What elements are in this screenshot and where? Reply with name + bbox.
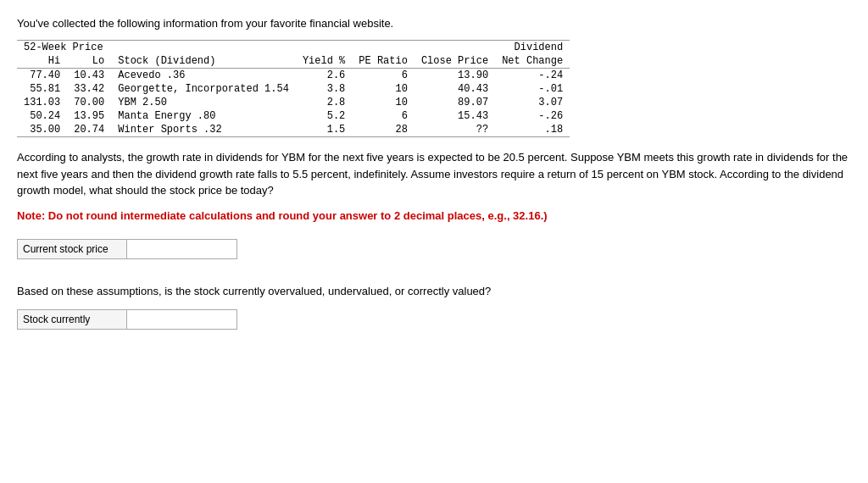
table-cell: YBM 2.50 [111,96,296,109]
table-cell: Winter Sports .32 [111,123,296,137]
yield-header: Yield % [296,54,352,69]
stock-currently-input[interactable] [127,309,237,330]
table-row: 55.8133.42Georgette, Incorporated 1.543.… [17,82,570,96]
table-cell: Manta Energy .80 [111,109,296,123]
hi-header: Hi [17,54,67,69]
table-cell: -.01 [495,82,570,96]
table-cell: 55.81 [17,82,67,96]
current-stock-price-label: Current stock price [17,239,127,259]
based-text: Based on these assumptions, is the stock… [17,285,851,297]
table-cell: 35.00 [17,123,67,137]
pe-header: PE Ratio [352,54,415,69]
table-cell: 20.74 [67,123,111,137]
table-cell: 2.6 [296,69,352,83]
table-cell: Georgette, Incorporated 1.54 [111,82,296,96]
table-cell: 77.40 [17,69,67,83]
table-cell: 70.00 [67,96,111,109]
table-cell: 6 [352,109,415,123]
table-cell: .18 [495,123,570,137]
note-text: Note: Do not round intermediate calculat… [17,209,851,222]
table-cell: 3.07 [495,96,570,109]
table-row: 50.2413.95Manta Energy .805.2615.43-.26 [17,109,570,123]
table-cell: 2.8 [296,96,352,109]
table-cell: -.24 [495,69,570,83]
current-stock-price-row: Current stock price [17,239,851,259]
table-cell: 1.5 [296,123,352,137]
stock-currently-row: Stock currently [17,309,851,330]
stock-dividend-header: Stock (Dividend) [111,54,296,69]
table-cell: 15.43 [415,109,495,123]
stock-table: 52-Week Price Dividend Hi Lo Stock (Divi… [17,40,570,137]
table-cell: 13.95 [67,109,111,123]
table-cell: -.26 [495,109,570,123]
net-header: Net Change [495,54,570,69]
table-cell: 131.03 [17,96,67,109]
table-cell: 50.24 [17,109,67,123]
table-row: 131.0370.00YBM 2.502.81089.073.07 [17,96,570,109]
table-cell: 40.43 [415,82,495,96]
week52-header: 52-Week Price [17,41,111,55]
table-row: 77.4010.43Acevedo .362.6613.90-.24 [17,69,570,83]
table-cell: 10 [352,96,415,109]
table-cell: 33.42 [67,82,111,96]
table-row: 35.0020.74Winter Sports .321.528??.18 [17,123,570,137]
close-header: Close Price [415,54,495,69]
table-cell: 5.2 [296,109,352,123]
stock-currently-label: Stock currently [17,309,127,330]
lo-header: Lo [67,54,111,69]
dividend-header: Dividend [296,41,570,55]
current-stock-price-input[interactable] [127,239,237,259]
table-cell: ?? [415,123,495,137]
table-cell: 6 [352,69,415,83]
table-cell: 3.8 [296,82,352,96]
analysis-text: According to analysts, the growth rate i… [17,149,851,199]
table-cell: Acevedo .36 [111,69,296,83]
table-cell: 10.43 [67,69,111,83]
stock-dividend-spacer [111,41,296,55]
table-cell: 89.07 [415,96,495,109]
table-cell: 10 [352,82,415,96]
table-cell: 13.90 [415,69,495,83]
intro-text: You've collected the following informati… [17,17,851,30]
table-cell: 28 [352,123,415,137]
